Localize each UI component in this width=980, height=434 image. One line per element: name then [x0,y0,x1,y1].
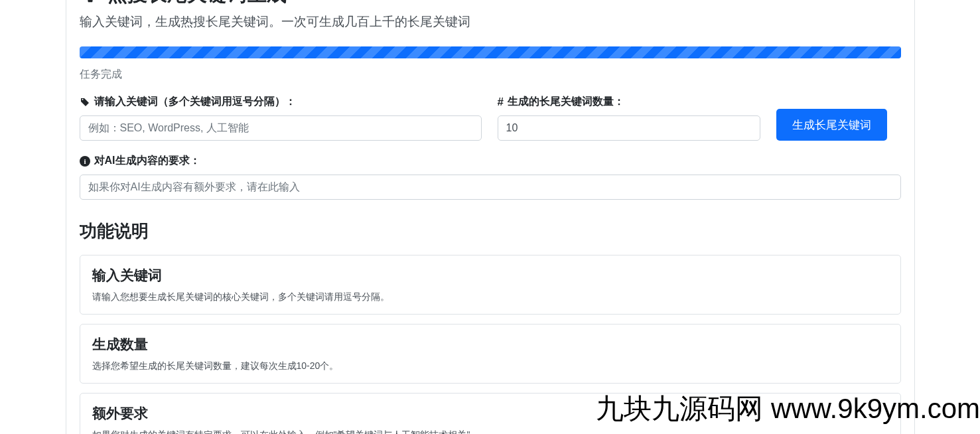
page-subtitle: 输入关键词，生成热搜长尾关键词。一次可生成几百上千的长尾关键词 [80,13,901,31]
gear-icon [80,0,101,7]
info-card-desc: 如果您对生成的关键词有特定要求，可以在此处输入，例如"希望关键词与人工智能技术相… [92,429,888,434]
keyword-label: 请输入关键词（多个关键词用逗号分隔）： [80,95,482,109]
requirement-label: i 对AI生成内容的要求： [80,154,901,168]
info-card: 额外要求 如果您对生成的关键词有特定要求，可以在此处输入，例如"希望关键词与人工… [80,393,901,434]
info-card-desc: 选择您希望生成的长尾关键词数量，建议每次生成10-20个。 [92,360,888,372]
info-card: 输入关键词 请输入您想要生成长尾关键词的核心关键词，多个关键词请用逗号分隔。 [80,255,901,315]
count-label: # 生成的长尾关键词数量： [498,95,760,109]
page-title: 热搜长尾关键词生成 [107,0,287,8]
info-card-title: 输入关键词 [92,266,888,285]
section-title: 功能说明 [80,220,901,243]
svg-text:i: i [84,157,86,165]
requirement-input[interactable] [80,175,901,200]
count-input[interactable] [498,115,760,141]
hash-icon: # [498,96,504,109]
progress-bar [80,46,901,58]
tag-icon [80,97,90,108]
keyword-input[interactable] [80,115,482,141]
info-card-desc: 请输入您想要生成长尾关键词的核心关键词，多个关键词请用逗号分隔。 [92,291,888,303]
info-card: 生成数量 选择您希望生成的长尾关键词数量，建议每次生成10-20个。 [80,324,901,384]
info-card-title: 额外要求 [92,404,888,423]
status-text: 任务完成 [80,68,901,82]
generate-button[interactable]: 生成长尾关键词 [776,109,887,141]
info-icon: i [80,156,90,167]
info-card-title: 生成数量 [92,335,888,354]
